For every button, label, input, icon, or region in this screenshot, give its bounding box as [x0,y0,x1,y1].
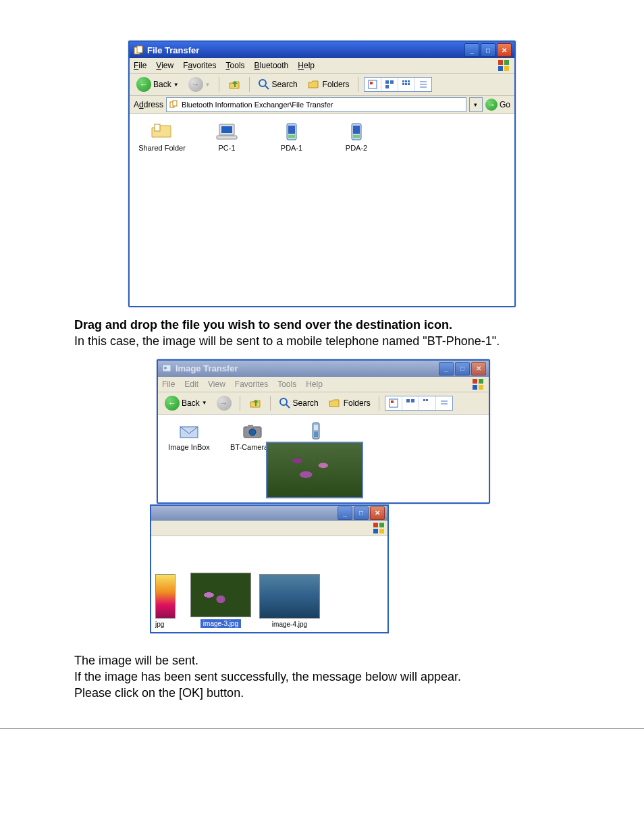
svg-rect-37 [479,379,483,384]
svg-rect-58 [379,523,384,527]
svg-rect-39 [479,385,483,390]
search-button[interactable]: Search [255,77,300,92]
folders-icon [307,78,321,90]
forward-icon: → [217,396,232,411]
maximize-button[interactable]: □ [354,506,369,520]
folder-share-icon [151,122,173,141]
thumb-label: image-4.jpg [272,621,307,628]
titlebar[interactable]: _ □ ✕ [151,506,387,521]
forward-button[interactable]: → [214,394,234,412]
instruction-paragraph-2: The image will be sent. If the image has… [74,652,570,702]
folder-up-icon [227,78,241,91]
maximize-button[interactable]: □ [481,43,495,57]
titlebar[interactable]: Image Transfer _ □ ✕ [158,361,489,377]
view-tiles-button[interactable] [402,396,419,410]
item-shared-folder[interactable]: Shared Folder [138,122,186,152]
close-button[interactable]: ✕ [497,43,512,57]
view-thumbnails-button[interactable] [365,78,381,91]
back-icon: ← [165,396,180,411]
menu-favorites[interactable]: Favorites [183,61,216,70]
thumb-image-4[interactable]: image-4.jpg [259,574,320,628]
view-icons-button[interactable] [398,78,415,91]
back-button[interactable]: ← Back ▼ [134,76,182,93]
thumb-image-3[interactable]: image-3.jpg [190,573,251,628]
app-icon [169,100,179,109]
view-thumbnails-button[interactable] [385,396,402,410]
forward-icon: → [188,77,203,92]
item-label: PDA-1 [281,144,302,152]
search-button[interactable]: Search [276,396,321,411]
chevron-down-icon: ▼ [205,82,211,88]
chevron-down-icon: ▼ [173,82,179,88]
menu-bluetooth[interactable]: Bluetooth [254,61,289,70]
menu-tools[interactable]: Tools [277,380,296,389]
menu-bar: File Edit View Favorites Tools Help [158,377,489,392]
menu-edit[interactable]: Edit [184,380,198,389]
svg-rect-38 [473,385,477,390]
go-button[interactable]: → Go [485,99,510,111]
thumb-jpg[interactable]: jpg [155,574,182,628]
view-list-button[interactable] [436,396,452,410]
forward-button[interactable]: → ▼ [186,76,213,93]
minimize-button[interactable]: _ [338,506,352,520]
thumbnail-image [155,574,176,619]
search-icon [258,78,270,90]
address-label: Address [134,100,163,109]
item-label: Shared Folder [138,144,186,152]
address-dropdown-button[interactable]: ▾ [469,97,483,112]
folder-up-icon [248,396,262,410]
titlebar[interactable]: File Transfer _ □ ✕ [130,42,514,58]
svg-rect-55 [314,425,318,430]
menu-file[interactable]: File [134,61,146,70]
close-button[interactable]: ✕ [471,362,486,375]
view-tiles-button[interactable] [381,78,398,91]
file-list: Image InBox BT-Camera-1 BT-Ph... [158,415,489,502]
menu-file[interactable]: File [162,380,175,389]
maximize-button[interactable]: □ [455,362,470,375]
folders-button[interactable]: Folders [304,77,352,92]
view-icons-button[interactable] [419,396,436,410]
address-bar: Address Bluetooth Information Exchanger\… [130,96,514,114]
view-list-button[interactable] [415,78,431,91]
svg-rect-36 [473,379,477,384]
folders-button[interactable]: Folders [325,396,373,411]
window-title: Image Transfer [176,363,238,373]
svg-point-52 [249,429,256,436]
thumb-label: jpg [155,621,164,628]
svg-rect-32 [353,126,360,134]
windows-logo-icon [373,522,385,534]
item-image-inbox[interactable]: Image InBox [165,421,213,451]
item-pda-1[interactable]: PDA-1 [267,122,316,152]
toolbar: ← Back ▼ → Search Folders [158,392,489,415]
svg-rect-17 [405,83,407,85]
go-icon: → [485,99,498,111]
svg-rect-47 [426,399,428,401]
menu-help[interactable]: Help [306,380,323,389]
menu-view[interactable]: View [208,380,225,389]
item-pda-2[interactable]: PDA-2 [332,122,381,152]
svg-point-35 [164,367,167,369]
menu-help[interactable]: Help [298,61,315,70]
menu-view[interactable]: View [156,61,173,70]
menu-favorites[interactable]: Favorites [235,380,268,389]
app-icon [132,44,144,56]
minimize-button[interactable]: _ [439,362,454,375]
item-pc-1[interactable]: PC-1 [203,122,251,152]
close-button[interactable]: ✕ [370,506,385,520]
up-button[interactable] [225,76,244,93]
svg-rect-5 [504,66,509,71]
folders-icon [328,397,342,409]
thumbnail-image [190,573,251,617]
svg-rect-15 [408,80,410,82]
back-button[interactable]: ← Back ▼ [162,394,210,412]
thumb-label: image-3.jpg [200,619,241,628]
menu-tools[interactable]: Tools [226,61,245,70]
pda-icon [345,122,368,141]
minimize-button[interactable]: _ [464,43,479,57]
view-mode-buttons [364,77,432,92]
up-button[interactable] [246,395,265,411]
svg-rect-59 [373,529,378,533]
svg-rect-12 [385,85,389,88]
address-input[interactable]: Bluetooth Information Exchanger\File Tra… [166,97,466,112]
svg-rect-27 [217,136,237,139]
